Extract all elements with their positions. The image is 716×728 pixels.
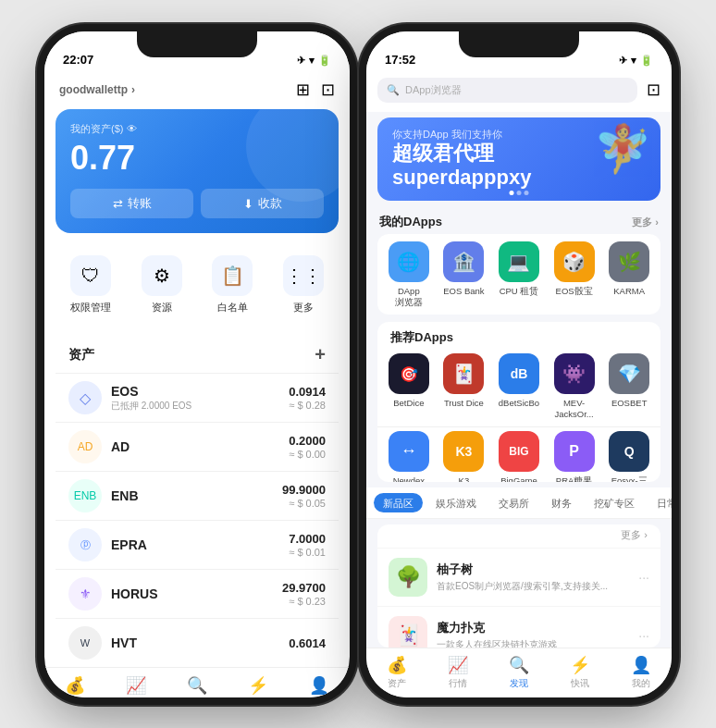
dapp-trustdice[interactable]: 🃏 Trust Dice [438, 353, 488, 419]
eos-info: EOS 已抵押 2.0000 EOS [111, 384, 289, 413]
hvt-icon: W [68, 626, 102, 660]
asset-hvt[interactable]: W HVT 0.6014 [56, 618, 339, 667]
eosbet-label: EOSBET [611, 398, 648, 408]
nav-market[interactable]: 📈 行情 [105, 668, 167, 697]
add-asset-button[interactable]: + [315, 344, 326, 365]
molipoker-more-icon: ··· [638, 628, 649, 643]
fullscreen-icon[interactable]: ⊡ [647, 80, 660, 100]
promo-banner[interactable]: 你支持DApp 我们支持你 超级君代理superdapppxy 🧚 [377, 117, 660, 202]
dapp-eosbank-label: EOS Bank [443, 286, 484, 296]
asset-enb[interactable]: ENB ENB 99.9000 ≈ $ 0.05 [56, 471, 339, 520]
my-dapps-more[interactable]: 更多 › [632, 216, 659, 229]
molipoker-info: 魔力扑克 一款多人在线区块链扑克游戏 [437, 620, 638, 648]
tab-new[interactable]: 新品区 [374, 493, 423, 512]
r-nav-assets[interactable]: 💰 资产 [366, 648, 427, 697]
rec-row-1: 🎯 BetDice 🃏 Trust Dice dB dBetSicBo 👾 ME… [377, 350, 660, 427]
tab-finance[interactable]: 财务 [542, 493, 581, 512]
asset-ad[interactable]: AD AD 0.2000 ≈ $ 0.00 [56, 422, 339, 471]
ad-amount: 0.2000 ≈ $ 0.00 [289, 434, 326, 460]
dapp-betdice[interactable]: 🎯 BetDice [384, 353, 434, 419]
dapp-pra[interactable]: P PRA糖果盒 [549, 431, 599, 482]
dapp-eossicbo[interactable]: 🎲 EOS骰宝 [549, 241, 599, 307]
assets-title: 资产 [68, 347, 94, 364]
scan-icon[interactable]: ⊡ [321, 80, 335, 100]
dapp-cpu-icon: 💻 [499, 241, 539, 282]
receive-button[interactable]: ⬇ 收款 [201, 189, 324, 218]
r-market-label: 行情 [449, 677, 467, 690]
left-time: 22:07 [63, 53, 93, 67]
recommended-section: 推荐DApps 🎯 BetDice 🃏 Trust Dice dB dBetSi… [377, 322, 660, 482]
search-placeholder: DApp浏览器 [405, 83, 462, 97]
search-input-wrap[interactable]: 🔍 DApp浏览器 [377, 78, 637, 103]
r-nav-profile[interactable]: 👤 我的 [611, 648, 672, 697]
dapp-newdex[interactable]: ↔ Newdex [384, 431, 434, 482]
quick-action-resources[interactable]: ⚙ 资源 [142, 255, 182, 315]
tab-exchange[interactable]: 交易所 [489, 493, 538, 512]
new-app-molipoker[interactable]: 🃏 魔力扑克 一款多人在线区块链扑克游戏 ··· [377, 606, 660, 648]
dapp-eosbet[interactable]: 💎 EOSBET [604, 353, 654, 419]
dapp-cpu-label: CPU 租赁 [500, 286, 539, 296]
new-app-yuzushu[interactable]: 🌳 柚子树 首款EOS制户浏览器/搜索引擎,支持接关... ··· [377, 548, 660, 606]
asset-horus[interactable]: ⚜ HORUS 29.9700 ≈ $ 0.23 [56, 569, 339, 618]
tab-daily[interactable]: 日常工... [648, 493, 672, 512]
epra-info: EPRA [111, 537, 289, 552]
yuzushu-desc: 首款EOS制户浏览器/搜索引擎,支持接关... [437, 580, 638, 593]
market-nav-icon: 📈 [126, 675, 146, 696]
nav-news[interactable]: ⚡ 快讯 [228, 668, 289, 697]
betdice-icon: 🎯 [389, 353, 429, 394]
resources-icon: ⚙ [142, 255, 182, 296]
enb-info: ENB [111, 488, 282, 503]
banner-text: 你支持DApp 我们支持你 超级君代理superdapppxy [392, 128, 531, 191]
new-apps-section: 更多 › 🌳 柚子树 首款EOS制户浏览器/搜索引擎,支持接关... ··· 🃏… [377, 524, 660, 648]
wifi-icon-r: ▾ [631, 55, 636, 67]
permissions-label: 权限管理 [70, 301, 111, 315]
quick-action-whitelist[interactable]: 📋 白名单 [212, 255, 253, 315]
tab-games[interactable]: 娱乐游戏 [426, 493, 486, 512]
molipoker-name: 魔力扑克 [437, 620, 638, 636]
dapp-dbetsicbo[interactable]: dB dBetSicBo [494, 353, 544, 419]
dbetsicbo-icon: dB [499, 353, 539, 394]
dapp-karma[interactable]: 🌿 KARMA [604, 241, 654, 307]
dapp-browser-icon: 🌐 [389, 241, 429, 282]
r-discover-label: 发现 [510, 677, 528, 690]
balance-actions: ⇄ 转账 ⬇ 收款 [70, 189, 324, 218]
dapp-biggame[interactable]: BIG BigGame [494, 431, 544, 482]
dapp-cpu[interactable]: 💻 CPU 租赁 [494, 241, 544, 307]
dapp-k3[interactable]: K3 K3 [438, 431, 488, 482]
eosyx-icon: Q [609, 431, 649, 472]
nav-discover[interactable]: 🔍 发现 [167, 668, 228, 697]
transfer-icon: ⇄ [113, 197, 123, 211]
dapp-eosyx[interactable]: Q Eosyx-三公棋牌 [604, 431, 654, 482]
qr-icon[interactable]: ⊞ [296, 80, 310, 100]
nav-assets[interactable]: 💰 资产 [44, 668, 105, 697]
quick-action-permissions[interactable]: 🛡 权限管理 [70, 255, 111, 315]
category-tabs: 新品区 娱乐游戏 交易所 财务 挖矿专区 日常工... [366, 487, 672, 518]
receive-icon: ⬇ [243, 197, 253, 211]
dapp-browser[interactable]: 🌐 DApp浏览器 [384, 241, 434, 307]
r-nav-news[interactable]: ⚡ 快讯 [549, 648, 611, 697]
asset-eos[interactable]: ◇ EOS 已抵押 2.0000 EOS 0.0914 ≈ $ 0.28 [56, 373, 339, 422]
horus-name: HORUS [111, 586, 282, 601]
new-apps-more[interactable]: 更多 › [377, 524, 660, 548]
wallet-name[interactable]: goodwallettp › [59, 83, 135, 96]
r-nav-market[interactable]: 📈 行情 [427, 648, 488, 697]
r-nav-discover[interactable]: 🔍 发现 [488, 648, 549, 697]
rec-row-2: ↔ Newdex K3 K3 BIG BigGame P PRA糖果盒 [377, 427, 660, 482]
nav-profile[interactable]: 👤 我的 [289, 668, 350, 697]
trustdice-label: Trust Dice [444, 398, 484, 408]
balance-label: 我的资产($) 👁 [70, 122, 324, 136]
more-grid-icon: ⋮⋮ [283, 255, 324, 296]
dapp-mev[interactable]: 👾 MEV-JacksOr... [549, 353, 599, 419]
tab-mining[interactable]: 挖矿专区 [585, 493, 644, 512]
trustdice-icon: 🃏 [443, 353, 484, 394]
quick-action-more[interactable]: ⋮⋮ 更多 [283, 255, 324, 315]
banner-title: 超级君代理superdapppxy [392, 142, 531, 191]
balance-card: 我的资产($) 👁 0.77 ⇄ 转账 ⬇ 收款 [56, 109, 339, 234]
left-bottom-nav: 💰 资产 📈 行情 🔍 发现 ⚡ 快讯 👤 我的 [44, 667, 350, 697]
eos-icon: ◇ [68, 381, 102, 414]
dapp-eosbank[interactable]: 🏦 EOS Bank [438, 241, 488, 307]
transfer-button[interactable]: ⇄ 转账 [70, 189, 193, 218]
asset-epra[interactable]: ⓟ EPRA 7.0000 ≈ $ 0.01 [56, 520, 339, 569]
epra-icon: ⓟ [68, 528, 102, 561]
right-time: 17:52 [385, 53, 415, 67]
